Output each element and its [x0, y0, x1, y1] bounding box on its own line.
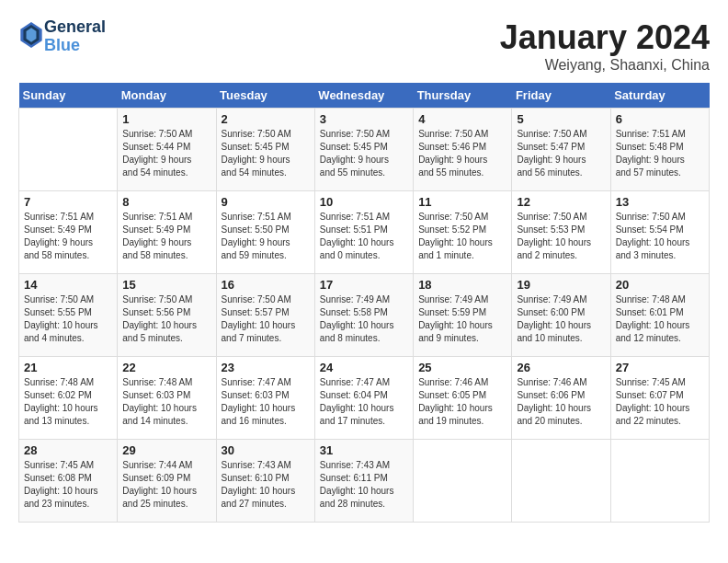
day-info: Sunrise: 7:50 AM Sunset: 5:46 PM Dayligh… — [418, 128, 506, 179]
header-day-friday: Friday — [512, 83, 610, 109]
header-day-saturday: Saturday — [610, 83, 709, 109]
calendar-day-21: 21Sunrise: 7:48 AM Sunset: 6:02 PM Dayli… — [19, 357, 118, 440]
day-info: Sunrise: 7:48 AM Sunset: 6:03 PM Dayligh… — [122, 376, 210, 428]
calendar-day-14: 14Sunrise: 7:50 AM Sunset: 5:55 PM Dayli… — [19, 274, 118, 357]
day-info: Sunrise: 7:51 AM Sunset: 5:51 PM Dayligh… — [320, 211, 408, 262]
calendar-day-19: 19Sunrise: 7:49 AM Sunset: 6:00 PM Dayli… — [512, 274, 610, 357]
day-number: 2 — [222, 112, 310, 126]
day-info: Sunrise: 7:50 AM Sunset: 5:52 PM Dayligh… — [418, 211, 506, 262]
calendar-day-27: 27Sunrise: 7:45 AM Sunset: 6:07 PM Dayli… — [610, 357, 709, 440]
day-number: 24 — [320, 361, 408, 374]
day-info: Sunrise: 7:46 AM Sunset: 6:06 PM Dayligh… — [517, 376, 605, 428]
day-number: 28 — [24, 443, 112, 457]
calendar-day-8: 8Sunrise: 7:51 AM Sunset: 5:49 PM Daylig… — [118, 191, 216, 274]
day-number: 15 — [122, 278, 210, 292]
day-number: 30 — [222, 443, 310, 457]
day-number: 9 — [222, 195, 310, 209]
calendar-day-23: 23Sunrise: 7:47 AM Sunset: 6:03 PM Dayli… — [216, 357, 314, 440]
day-number: 12 — [517, 195, 605, 209]
day-info: Sunrise: 7:51 AM Sunset: 5:50 PM Dayligh… — [222, 211, 310, 262]
calendar-day-30: 30Sunrise: 7:43 AM Sunset: 6:10 PM Dayli… — [216, 440, 314, 523]
calendar-day-3: 3Sunrise: 7:50 AM Sunset: 5:45 PM Daylig… — [314, 109, 413, 191]
calendar-header: SundayMondayTuesdayWednesdayThursdayFrid… — [19, 83, 710, 109]
day-number: 23 — [222, 361, 310, 374]
logo: General Blue — [18, 18, 106, 55]
page-header: General Blue January 2024 Weiyang, Shaan… — [18, 18, 710, 74]
calendar-day-29: 29Sunrise: 7:44 AM Sunset: 6:09 PM Dayli… — [118, 440, 216, 523]
day-number: 16 — [222, 278, 310, 292]
day-info: Sunrise: 7:49 AM Sunset: 5:59 PM Dayligh… — [418, 293, 506, 345]
day-number: 8 — [122, 195, 210, 209]
day-info: Sunrise: 7:51 AM Sunset: 5:49 PM Dayligh… — [122, 211, 210, 262]
day-info: Sunrise: 7:50 AM Sunset: 5:53 PM Dayligh… — [517, 211, 605, 262]
day-info: Sunrise: 7:50 AM Sunset: 5:54 PM Dayligh… — [616, 211, 704, 262]
calendar-day-10: 10Sunrise: 7:51 AM Sunset: 5:51 PM Dayli… — [314, 191, 413, 274]
day-number: 10 — [320, 195, 408, 209]
logo-icon — [20, 22, 42, 48]
day-number: 3 — [320, 112, 408, 126]
day-number: 13 — [616, 195, 704, 209]
calendar-day-25: 25Sunrise: 7:46 AM Sunset: 6:05 PM Dayli… — [414, 357, 512, 440]
calendar-week-1: 1Sunrise: 7:50 AM Sunset: 5:44 PM Daylig… — [19, 109, 710, 191]
day-number: 22 — [122, 361, 210, 374]
day-number: 18 — [418, 278, 506, 292]
day-info: Sunrise: 7:49 AM Sunset: 6:00 PM Dayligh… — [517, 293, 605, 345]
day-info: Sunrise: 7:50 AM Sunset: 5:45 PM Dayligh… — [320, 128, 408, 179]
day-info: Sunrise: 7:47 AM Sunset: 6:03 PM Dayligh… — [222, 376, 310, 428]
day-number: 4 — [418, 112, 506, 126]
day-number: 27 — [616, 361, 704, 374]
day-info: Sunrise: 7:50 AM Sunset: 5:57 PM Dayligh… — [222, 293, 310, 345]
calendar-day-4: 4Sunrise: 7:50 AM Sunset: 5:46 PM Daylig… — [414, 109, 512, 191]
calendar-week-5: 28Sunrise: 7:45 AM Sunset: 6:08 PM Dayli… — [19, 440, 710, 523]
calendar-week-4: 21Sunrise: 7:48 AM Sunset: 6:02 PM Dayli… — [19, 357, 710, 440]
day-info: Sunrise: 7:50 AM Sunset: 5:56 PM Dayligh… — [122, 293, 210, 345]
calendar-day-24: 24Sunrise: 7:47 AM Sunset: 6:04 PM Dayli… — [314, 357, 413, 440]
day-number: 17 — [320, 278, 408, 292]
day-number: 29 — [122, 443, 210, 457]
calendar-day-26: 26Sunrise: 7:46 AM Sunset: 6:06 PM Dayli… — [512, 357, 610, 440]
calendar-empty-cell — [512, 440, 610, 523]
header-day-thursday: Thursday — [414, 83, 512, 109]
calendar-empty-cell — [610, 440, 709, 523]
day-info: Sunrise: 7:50 AM Sunset: 5:44 PM Dayligh… — [122, 128, 210, 179]
calendar-day-12: 12Sunrise: 7:50 AM Sunset: 5:53 PM Dayli… — [512, 191, 610, 274]
calendar-week-3: 14Sunrise: 7:50 AM Sunset: 5:55 PM Dayli… — [19, 274, 710, 357]
day-number: 20 — [616, 278, 704, 292]
title-area: January 2024 Weiyang, Shaanxi, China — [500, 18, 710, 74]
day-number: 14 — [24, 278, 112, 292]
calendar-week-2: 7Sunrise: 7:51 AM Sunset: 5:49 PM Daylig… — [19, 191, 710, 274]
day-info: Sunrise: 7:45 AM Sunset: 6:08 PM Dayligh… — [24, 459, 112, 511]
day-info: Sunrise: 7:44 AM Sunset: 6:09 PM Dayligh… — [122, 459, 210, 511]
header-day-sunday: Sunday — [19, 83, 118, 109]
day-info: Sunrise: 7:50 AM Sunset: 5:55 PM Dayligh… — [24, 293, 112, 345]
day-info: Sunrise: 7:48 AM Sunset: 6:02 PM Dayligh… — [24, 376, 112, 428]
calendar-empty-cell — [19, 109, 118, 191]
calendar-day-5: 5Sunrise: 7:50 AM Sunset: 5:47 PM Daylig… — [512, 109, 610, 191]
day-info: Sunrise: 7:49 AM Sunset: 5:58 PM Dayligh… — [320, 293, 408, 345]
header-day-tuesday: Tuesday — [216, 83, 314, 109]
day-number: 6 — [616, 112, 704, 126]
day-number: 21 — [24, 361, 112, 374]
location: Weiyang, Shaanxi, China — [500, 57, 710, 74]
day-number: 5 — [517, 112, 605, 126]
day-info: Sunrise: 7:46 AM Sunset: 6:05 PM Dayligh… — [418, 376, 506, 428]
calendar-table: SundayMondayTuesdayWednesdayThursdayFrid… — [18, 83, 710, 523]
day-info: Sunrise: 7:50 AM Sunset: 5:47 PM Dayligh… — [517, 128, 605, 179]
calendar-empty-cell — [414, 440, 512, 523]
day-number: 7 — [24, 195, 112, 209]
calendar-day-9: 9Sunrise: 7:51 AM Sunset: 5:50 PM Daylig… — [216, 191, 314, 274]
header-day-monday: Monday — [118, 83, 216, 109]
calendar-day-22: 22Sunrise: 7:48 AM Sunset: 6:03 PM Dayli… — [118, 357, 216, 440]
day-info: Sunrise: 7:50 AM Sunset: 5:45 PM Dayligh… — [222, 128, 310, 179]
header-day-wednesday: Wednesday — [314, 83, 413, 109]
calendar-day-18: 18Sunrise: 7:49 AM Sunset: 5:59 PM Dayli… — [414, 274, 512, 357]
day-number: 19 — [517, 278, 605, 292]
month-title: January 2024 — [500, 18, 710, 57]
calendar-day-28: 28Sunrise: 7:45 AM Sunset: 6:08 PM Dayli… — [19, 440, 118, 523]
day-number: 31 — [320, 443, 408, 457]
calendar-day-17: 17Sunrise: 7:49 AM Sunset: 5:58 PM Dayli… — [314, 274, 413, 357]
calendar-day-2: 2Sunrise: 7:50 AM Sunset: 5:45 PM Daylig… — [216, 109, 314, 191]
day-info: Sunrise: 7:43 AM Sunset: 6:10 PM Dayligh… — [222, 459, 310, 511]
day-info: Sunrise: 7:51 AM Sunset: 5:48 PM Dayligh… — [616, 128, 704, 179]
calendar-day-20: 20Sunrise: 7:48 AM Sunset: 6:01 PM Dayli… — [610, 274, 709, 357]
